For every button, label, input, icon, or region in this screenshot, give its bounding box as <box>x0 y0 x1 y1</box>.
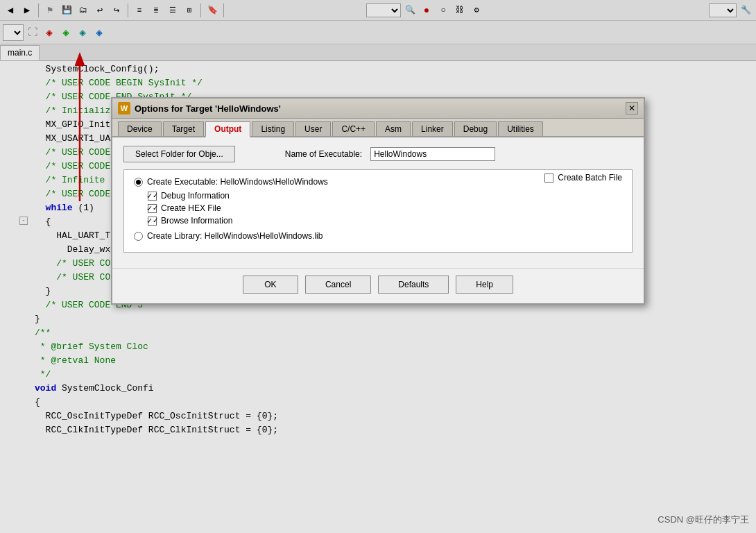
create-executable-label: Create Executable: HelloWindows\HelloWin… <box>147 177 328 187</box>
executable-input[interactable] <box>370 147 495 161</box>
dialog-titlebar: W Options for Target 'HelloWindows' ✕ <box>112 99 644 119</box>
tab-utilities[interactable]: Utilities <box>498 121 543 136</box>
tab-debug[interactable]: Debug <box>454 121 497 136</box>
debug-info-row: ✓ Debug Information <box>148 191 622 201</box>
tab-device[interactable]: Device <box>118 121 162 136</box>
defaults-button[interactable]: Defaults <box>378 276 449 294</box>
create-batch-checkbox[interactable] <box>544 174 553 183</box>
tab-user[interactable]: User <box>295 121 331 136</box>
dialog-footer: OK Cancel Defaults Help <box>112 268 644 303</box>
browse-info-checkbox[interactable]: ✓ <box>148 217 157 226</box>
tab-cpp[interactable]: C/C++ <box>332 121 375 136</box>
browse-info-row: ✓ Browse Information <box>148 216 622 226</box>
dialog-title: Options for Target 'HelloWindows' <box>135 103 281 114</box>
browse-info-label: Browse Information <box>161 216 232 226</box>
ok-button[interactable]: OK <box>243 276 298 294</box>
create-hex-label: Create HEX File <box>161 203 221 213</box>
tab-output[interactable]: Output <box>205 121 250 137</box>
select-folder-button[interactable]: Select Folder for Obje... <box>123 146 235 162</box>
folder-executable-row: Select Folder for Obje... Name of Execut… <box>123 146 633 162</box>
dialog-app-icon: W <box>118 102 130 115</box>
debug-info-checkbox[interactable]: ✓ <box>148 192 157 201</box>
dialog-tabs: Device Target Output Listing User C/C++ … <box>112 119 644 137</box>
create-executable-radio[interactable] <box>134 178 143 187</box>
tab-asm[interactable]: Asm <box>376 121 411 136</box>
dialog-title-left: W Options for Target 'HelloWindows' <box>118 102 281 115</box>
executable-label: Name of Executable: <box>285 149 362 159</box>
modal-overlay: W Options for Target 'HelloWindows' ✕ De… <box>0 0 756 533</box>
tab-listing[interactable]: Listing <box>252 121 294 136</box>
dialog-body: Select Folder for Obje... Name of Execut… <box>112 137 644 268</box>
create-library-label: Create Library: HelloWindows\HelloWindow… <box>147 231 323 241</box>
help-button[interactable]: Help <box>456 276 513 294</box>
debug-info-label: Debug Information <box>161 191 230 201</box>
create-library-radio[interactable] <box>134 232 143 241</box>
create-hex-checkbox[interactable]: ✓ <box>148 204 157 213</box>
cancel-button[interactable]: Cancel <box>305 276 371 294</box>
create-hex-row: ✓ Create HEX File <box>148 203 622 213</box>
create-batch-label: Create Batch File <box>558 173 622 183</box>
create-batch-file-row: Create Batch File <box>544 173 622 183</box>
options-dialog: W Options for Target 'HelloWindows' ✕ De… <box>111 97 645 305</box>
dialog-close-button[interactable]: ✕ <box>626 102 638 115</box>
tab-target[interactable]: Target <box>163 121 204 136</box>
options-box: Create Batch File Create Executable: Hel… <box>123 169 633 253</box>
tab-linker[interactable]: Linker <box>412 121 453 136</box>
create-library-row: Create Library: HelloWindows\HelloWindow… <box>134 231 622 241</box>
